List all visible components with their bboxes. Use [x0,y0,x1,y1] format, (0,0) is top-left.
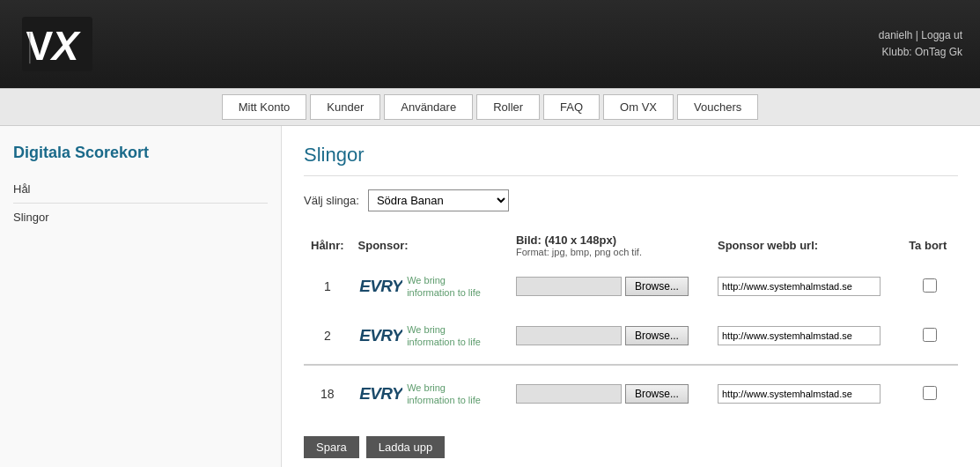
sponsors-table: Hålnr: Sponsor: Bild: (410 x 148px) Form… [304,229,958,419]
th-bild-main: Bild: (410 x 148px) [516,234,704,247]
url-cell-1 [711,262,902,311]
hole-1-num: 1 [324,279,331,293]
th-bild: Bild: (410 x 148px) Format: jpg, bmp, pn… [509,229,711,262]
sidebar-item-slingor[interactable]: Slingor [13,204,268,231]
url-cell-2 [711,311,902,365]
evry-logo-1: EVRY We bring information to life [358,269,490,304]
svg-text:EVRY: EVRY [359,277,402,295]
checkbox-cell-18 [902,365,958,419]
nav-om-vx[interactable]: Om VX [603,94,674,120]
sponsor-cell-18: EVRY We bring information to life [351,365,509,419]
sponsor-cell-1: EVRY We bring information to life [351,262,509,311]
file-cell-18: Browse... [509,365,711,419]
nav-kunder[interactable]: Kunder [310,94,380,120]
navbar: Mitt Konto Kunder Användare Roller FAQ O… [0,88,980,126]
hole-18-num: 18 [321,387,335,401]
file-area-2: Browse... [516,326,704,345]
svg-text:EVRY: EVRY [359,384,402,403]
th-tabort: Ta bort [902,229,958,262]
delete-checkbox-2[interactable] [923,328,937,342]
nav-mitt-konto[interactable]: Mitt Konto [222,94,307,120]
file-cell-1: Browse... [509,262,711,311]
header-user-info: danielh | Logga ut Klubb: OnTag Gk [879,27,962,61]
sidebar-title: Digitala Scorekort [13,144,268,162]
upload-button[interactable]: Ladda upp [366,436,445,458]
evry-tagline-2: We bring information to life [407,323,490,349]
evry-logo-2: EVRY We bring information to life [358,318,490,353]
table-header-row: Hålnr: Sponsor: Bild: (410 x 148px) Form… [304,229,958,262]
page-title: Slingor [304,144,958,176]
user-club: Klubb: OnTag Gk [879,44,962,61]
slinga-select[interactable]: Södra Banan Norra Banan [368,189,509,211]
table-row: 2 EVRY We bring information to life [304,311,958,365]
user-login: danielh | Logga ut [879,27,962,44]
svg-text:X: X [49,23,82,69]
main-container: Digitala Scorekort Hål Slingor Slingor V… [0,126,980,467]
file-input-1[interactable] [516,277,622,296]
evry-tagline-18: We bring information to life [407,382,490,407]
file-input-18[interactable] [516,384,622,404]
browse-btn-2[interactable]: Browse... [625,326,689,345]
th-tabort-label: Ta bort [909,239,947,252]
sidebar-item-hal[interactable]: Hål [13,175,268,204]
th-sponsor: Sponsor: [351,229,509,262]
delete-checkbox-1[interactable] [923,278,937,293]
url-input-2[interactable] [718,326,881,345]
nav-faq[interactable]: FAQ [543,94,600,120]
url-input-18[interactable] [718,384,881,404]
checkbox-cell-1 [902,262,958,311]
th-bild-sub: Format: jpg, bmp, png och tif. [516,247,704,257]
file-input-2[interactable] [516,326,622,345]
file-area-1: Browse... [516,277,704,296]
bottom-buttons: Spara Ladda upp [304,436,958,458]
browse-btn-1[interactable]: Browse... [625,277,689,296]
sponsor-cell-2: EVRY We bring information to life [351,311,509,365]
browse-btn-18[interactable]: Browse... [625,384,689,404]
th-halnr: Hålnr: [304,229,351,262]
nav-vouchers[interactable]: Vouchers [677,94,758,120]
evry-tagline-1: We bring information to life [407,274,490,300]
url-input-1[interactable] [718,277,881,296]
select-row: Välj slinga: Södra Banan Norra Banan [304,189,958,211]
svg-text:EVRY: EVRY [359,326,402,345]
hole-num: 1 [304,262,351,311]
logo: V X [18,9,97,79]
file-cell-2: Browse... [509,311,711,365]
nav-anvandare[interactable]: Användare [384,94,473,120]
nav-roller[interactable]: Roller [476,94,540,120]
table-row: 18 EVRY We bring information to life [304,365,958,419]
hole-num: 18 [304,365,351,419]
hole-2-num: 2 [324,329,331,343]
content-area: Slingor Välj slinga: Södra Banan Norra B… [282,126,980,467]
url-cell-18 [711,365,902,419]
delete-checkbox-18[interactable] [923,386,937,400]
th-url: Sponsor webb url: [711,229,902,262]
evry-logo-18: EVRY We bring information to life [358,376,490,411]
select-label: Välj slinga: [304,194,359,207]
sidebar: Digitala Scorekort Hål Slingor [0,126,282,467]
header: V X danielh | Logga ut Klubb: OnTag Gk [0,0,980,88]
table-row: 1 EVRY We bring information to life [304,262,958,311]
save-button[interactable]: Spara [304,436,359,458]
hole-num: 2 [304,311,351,365]
file-area-18: Browse... [516,384,704,404]
checkbox-cell-2 [902,311,958,365]
